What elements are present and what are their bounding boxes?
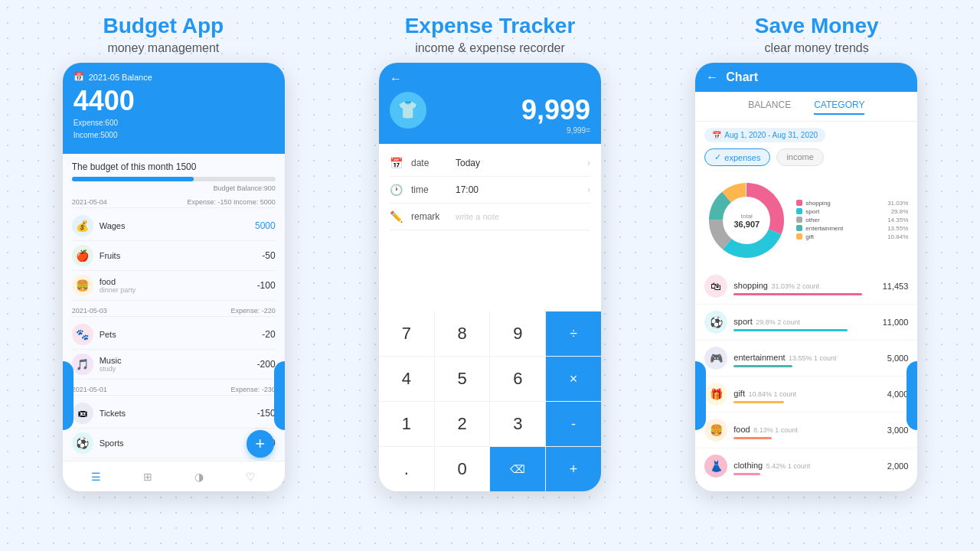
item-name: Tickets <box>100 409 251 418</box>
p3-legend: shopping 31.03% sport 29.8% other 14.35% <box>796 200 908 242</box>
numpad: 7 8 9 ÷ 4 5 6 × 1 2 3 - . 0 ⌫ + <box>379 311 601 491</box>
header-row: Budget App money management Expense Trac… <box>0 0 980 63</box>
time-label: time <box>411 184 448 195</box>
add-fab-button[interactable]: + <box>247 430 274 458</box>
legend-dot <box>796 208 802 214</box>
legend-dot <box>796 217 802 223</box>
p1-date-1: 2021-05-04 <box>72 198 107 206</box>
cat-bar <box>733 473 760 475</box>
list-item: 🎁 gift 10.84% 1 count 4,000 <box>695 377 917 412</box>
p2-amount: 9,999 <box>521 94 590 126</box>
nav-list-icon[interactable]: ☰ <box>87 468 104 485</box>
calendar-icon-2: 📅 <box>712 131 721 139</box>
date-range-text: Aug 1, 2020 - Aug 31, 2020 <box>724 131 818 139</box>
p3-chart-title: Chart <box>726 70 758 84</box>
tab-category[interactable]: CATEGORY <box>814 99 864 115</box>
list-item: 💰 Wages 5000 <box>72 211 276 241</box>
legend-item: sport 29.8% <box>796 208 908 215</box>
legend-dot <box>796 233 802 240</box>
key-3[interactable]: 3 <box>490 402 545 446</box>
legend-pct: 29.8% <box>891 208 909 215</box>
key-1[interactable]: 1 <box>379 402 434 446</box>
key-divide[interactable]: ÷ <box>546 311 601 356</box>
date-row[interactable]: 📅 date Today › <box>390 150 590 177</box>
cat-info: sport 29.8% 2 count <box>733 314 876 331</box>
legend-text: sport <box>805 208 887 215</box>
section-save: Save Money clear money trends <box>656 14 978 55</box>
nav-heart-icon[interactable]: ♡ <box>243 468 260 485</box>
side-bar-right-1 <box>274 361 285 430</box>
p1-income: Income:5000 <box>74 129 274 142</box>
list-item: 🎟 Tickets -150 <box>72 399 276 429</box>
time-row[interactable]: 🕐 time 17:00 › <box>390 177 590 204</box>
tickets-icon: 🎟 <box>72 403 93 424</box>
expenses-label: expenses <box>724 153 760 162</box>
key-5[interactable]: 5 <box>435 357 490 401</box>
key-0[interactable]: 0 <box>435 447 490 491</box>
key-plus[interactable]: + <box>546 447 601 491</box>
key-6[interactable]: 6 <box>490 357 545 401</box>
p3-date-row: 📅 Aug 1, 2020 - Aug 31, 2020 <box>695 122 917 148</box>
legend-pct: 14.35% <box>887 217 908 223</box>
item-name: Pets <box>100 330 256 339</box>
key-8[interactable]: 8 <box>435 311 490 356</box>
list-item: 🛍 shopping 31.03% 2 count 11,453 <box>695 269 917 305</box>
cat-meta: 5.42% 1 count <box>766 462 811 470</box>
cat-bar <box>733 329 848 331</box>
key-minus[interactable]: - <box>546 402 601 446</box>
expense-tracker-subtitle: income & expense recorder <box>415 41 565 55</box>
cat-name: gift <box>733 389 745 398</box>
cat-bar <box>733 293 862 295</box>
section-expense: Expense Tracker income & expense recorde… <box>329 14 651 55</box>
phone-budget: 📅 2021-05 Balance 4400 Expense:600 Incom… <box>63 63 285 491</box>
filter-expenses[interactable]: ✓ expenses <box>704 148 770 166</box>
p1-date-header-1: 2021-05-04 Expense: -150 Income: 5000 <box>72 198 276 208</box>
gift-icon: 🎁 <box>704 383 727 406</box>
cat-name: clothing <box>733 461 763 470</box>
nav-grid-icon[interactable]: ⊞ <box>139 468 156 485</box>
list-item: 🍔 food dinner party -100 <box>72 271 276 301</box>
remark-hint: write a note <box>456 212 590 221</box>
p3-chart-area: total 36,907 shopping 31.03% sport 29.8% <box>695 172 917 269</box>
list-item: 👗 clothing 5.42% 1 count 2,000 <box>695 448 917 483</box>
key-4[interactable]: 4 <box>379 357 434 401</box>
p2-form: 📅 date Today › 🕐 time 17:00 › ✏️ remark … <box>379 144 601 236</box>
item-amount: -20 <box>262 329 275 340</box>
cat-name: shopping <box>733 281 768 290</box>
p1-header: 📅 2021-05 Balance 4400 Expense:600 Incom… <box>63 63 285 154</box>
p1-group-2: 2021-05-03 Expense: -220 🐾 Pets -20 🎵 Mu… <box>72 307 276 380</box>
key-7[interactable]: 7 <box>379 311 434 356</box>
p3-category-list: 🛍 shopping 31.03% 2 count 11,453 ⚽ sport… <box>695 269 917 483</box>
cat-name: entertainment <box>733 353 785 362</box>
check-icon: ✓ <box>714 152 721 162</box>
time-icon: 🕐 <box>390 184 403 196</box>
p1-progress-fill <box>72 177 194 181</box>
key-dot[interactable]: . <box>379 447 434 491</box>
clothing-icon: 👗 <box>704 455 727 478</box>
key-2[interactable]: 2 <box>435 402 490 446</box>
time-value: 17:00 <box>456 184 580 195</box>
cat-meta: 8.13% 1 count <box>753 426 798 434</box>
cat-amount: 4,000 <box>887 390 909 399</box>
category-icon: 👕 <box>390 92 426 129</box>
p1-group-3: 2021-05-01 Expense: -230 🎟 Tickets -150 … <box>72 386 276 458</box>
tab-balance[interactable]: BALANCE <box>748 99 791 115</box>
key-backspace[interactable]: ⌫ <box>490 447 545 491</box>
cat-meta: 10.84% 1 count <box>748 390 796 398</box>
cat-amount: 11,000 <box>883 318 909 327</box>
music-icon: 🎵 <box>72 354 93 375</box>
back-icon[interactable]: ← <box>390 72 590 86</box>
item-amount: -50 <box>262 250 275 261</box>
section-budget: Budget App money management <box>2 14 324 55</box>
legend-pct: 13.55% <box>887 225 908 232</box>
save-money-subtitle: clear money trends <box>765 41 869 55</box>
cat-amount: 2,000 <box>887 461 909 471</box>
p1-group-summary-3: Expense: -230 <box>231 386 276 393</box>
remark-row[interactable]: ✏️ remark write a note <box>390 204 590 230</box>
key-multiply[interactable]: × <box>546 357 601 401</box>
filter-income[interactable]: income <box>776 148 823 166</box>
date-range-badge[interactable]: 📅 Aug 1, 2020 - Aug 31, 2020 <box>704 128 825 142</box>
nav-chart-icon[interactable]: ◑ <box>191 468 207 485</box>
key-9[interactable]: 9 <box>490 311 545 356</box>
p3-back-icon[interactable]: ← <box>706 70 718 84</box>
